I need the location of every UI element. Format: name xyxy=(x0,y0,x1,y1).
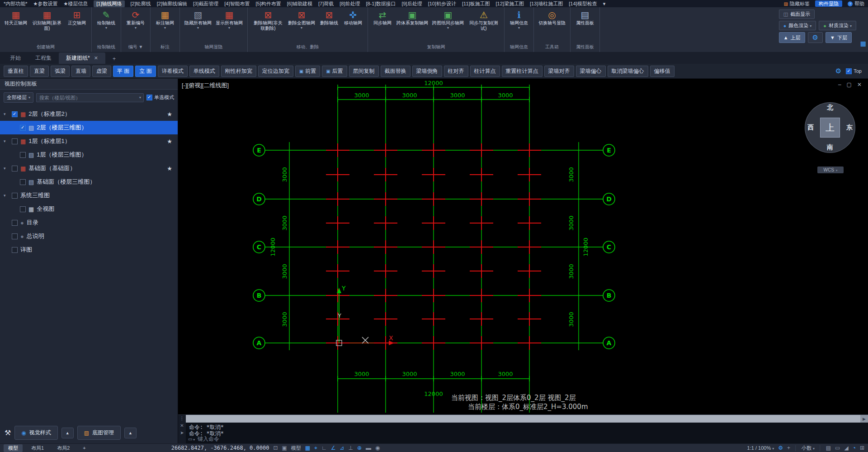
tree-item-detail-drawing[interactable]: 详图 xyxy=(0,243,178,257)
dynamic-input-icon[interactable]: ⊕ xyxy=(357,445,362,451)
ribbon-button[interactable]: ⚠同步与复制(测试) xyxy=(467,9,501,32)
tree-item-floor2-3dview[interactable]: ▤ 2层（楼层三维图） xyxy=(0,121,178,134)
material-render-dropdown[interactable]: ●材质渲染 xyxy=(819,21,856,30)
menu-item-active[interactable]: [1]轴线网络 xyxy=(94,0,124,7)
toolbar-button-back[interactable]: ▣后置 xyxy=(322,66,347,77)
restore-icon[interactable]: ▢ xyxy=(847,81,852,88)
visibility-checkbox[interactable] xyxy=(20,179,26,185)
ribbon-button[interactable]: ⊞正交轴网 xyxy=(66,9,88,27)
menu-item[interactable]: [4]智能布置 xyxy=(224,0,250,7)
menu-item[interactable]: [3]截面管理 xyxy=(193,0,218,7)
floor-filter-dropdown[interactable]: 全部楼层 xyxy=(4,92,33,103)
coordinates-readout[interactable]: 26682.8427, -3676.2468, 0.0000 xyxy=(171,445,269,451)
viewport-controls-label[interactable]: [-][俯视][二维线图] xyxy=(182,81,229,90)
visibility-checkbox[interactable] xyxy=(12,193,18,199)
view-cube-top[interactable]: 上 xyxy=(820,118,840,138)
component-visibility-button[interactable]: 构件显隐 xyxy=(815,0,842,7)
favorite-star-icon[interactable] xyxy=(167,138,172,145)
units-dropdown[interactable]: 小数 xyxy=(802,445,815,452)
toolbar-button[interactable]: 直墙 xyxy=(71,66,90,77)
menu-item[interactable]: [2]轮廓线 xyxy=(131,0,151,7)
toolbar-button[interactable]: 偏移值 xyxy=(650,66,675,77)
expander-icon[interactable] xyxy=(4,193,9,198)
expander-icon[interactable] xyxy=(4,112,9,116)
fullscreen-icon[interactable]: ⊞ xyxy=(860,445,864,451)
tab-new-drawing[interactable]: 新建图纸*✕ xyxy=(59,52,105,64)
toolbar-button-front[interactable]: ▣前置 xyxy=(295,66,320,77)
visibility-checkbox[interactable] xyxy=(20,125,26,131)
ribbon-button[interactable]: ℹ轴网信息▾ xyxy=(508,9,530,31)
minimize-icon[interactable]: – xyxy=(838,81,841,88)
expander-icon[interactable] xyxy=(4,139,9,143)
close-command-icon[interactable]: ✕ xyxy=(180,423,184,428)
annotation-scale-readout[interactable]: 1:1 / 100% xyxy=(747,445,774,451)
toolbar-button[interactable]: 截面替换 xyxy=(381,66,410,77)
top-view-checkbox[interactable]: Top xyxy=(846,68,862,74)
ribbon-button[interactable]: ◎切换轴号显隐 xyxy=(537,9,567,27)
toolbar-settings-gear-icon[interactable]: ⚙ xyxy=(835,67,841,75)
visibility-checkbox[interactable] xyxy=(12,138,18,144)
ribbon-button[interactable]: ▦转天正轴网 xyxy=(3,9,28,27)
add-layout-button[interactable]: + xyxy=(78,445,90,451)
ribbon-button[interactable]: ⇄同步轴网 xyxy=(371,9,394,27)
expander-icon[interactable] xyxy=(4,166,9,171)
tree-item-floor1-3dview[interactable]: ▤ 1层（楼层三维图） xyxy=(0,148,178,162)
ribbon-button[interactable]: ⊠删除全图轴网▾ xyxy=(287,9,316,31)
hardware-accel-icon[interactable]: ▣ xyxy=(282,445,287,451)
section-display-button[interactable]: ◫截面显示 xyxy=(779,10,815,19)
toolbar-button[interactable]: 层间复制 xyxy=(349,66,379,77)
workspace-icon[interactable]: ▤ xyxy=(826,445,831,451)
visibility-checkbox[interactable] xyxy=(12,247,18,253)
wcs-selector[interactable]: WCS xyxy=(817,167,844,173)
ribbon-button[interactable]: ✜移动轴网 xyxy=(342,9,364,27)
command-tool-icon[interactable]: ➤ xyxy=(180,430,184,435)
favorite-star-icon[interactable] xyxy=(167,165,172,172)
object-snap-icon[interactable]: ⊿ xyxy=(340,445,344,451)
visibility-checkbox[interactable] xyxy=(12,233,18,239)
ribbon-button[interactable]: ⊠删除轴线 xyxy=(318,9,340,27)
toolbar-button[interactable]: 定位边加宽 xyxy=(258,66,293,77)
new-tab-button[interactable]: + xyxy=(105,54,123,64)
visual-style-expand-button[interactable]: ▲ xyxy=(61,428,74,438)
window-layout-icon[interactable]: ▭ xyxy=(835,445,840,451)
ribbon-button[interactable]: ▦识别轴网(新界面) xyxy=(30,9,64,32)
close-tab-icon[interactable]: ✕ xyxy=(94,55,98,61)
ribbon-button[interactable]: ✎绘制轴线▾ xyxy=(95,9,118,31)
menu-item[interactable]: [6]辅助建模 xyxy=(287,0,312,7)
ribbon-button[interactable]: ▤属性面板 xyxy=(574,9,596,27)
menu-item[interactable]: [11]板施工图 xyxy=(462,0,490,7)
scroll-right-arrow-icon[interactable]: ▶ xyxy=(860,415,868,423)
menu-item[interactable]: [8-1]数据接口 xyxy=(366,0,396,7)
toolbar-button[interactable]: 虚梁 xyxy=(92,66,111,77)
color-render-dropdown[interactable]: ●颜色渲染 xyxy=(779,21,816,30)
grid-display-icon[interactable]: ▦ xyxy=(305,445,310,451)
annotation-scale-gear-icon[interactable]: ⚙ xyxy=(778,445,783,451)
toolbar-button[interactable]: 取消梁墙偏心 xyxy=(608,66,648,77)
floor-settings-gear-button[interactable]: ⚙ xyxy=(808,32,823,43)
toolbar-button[interactable]: 重置柱计算点 xyxy=(502,66,542,77)
tree-item-system-3d[interactable]: 系统三维图 xyxy=(0,189,178,202)
ribbon-button[interactable]: ▧隐藏所有轴网▾ xyxy=(183,9,213,31)
ribbon-button[interactable]: ▦显示所有轴网▾ xyxy=(214,9,244,31)
model-space-button[interactable]: 模型 xyxy=(291,445,301,452)
tree-item-foundation-3dview[interactable]: ▤ 基础面（楼层三维图） xyxy=(0,175,178,189)
search-dropdown-icon[interactable]: ▾ xyxy=(137,93,144,102)
tab-model[interactable]: 模型 xyxy=(4,444,23,452)
compass-south[interactable]: 南 xyxy=(827,143,833,152)
basemap-button[interactable]: ▧底图管理 xyxy=(77,426,121,440)
tab-start[interactable]: 开始 xyxy=(3,52,28,64)
snap-mode-icon[interactable]: ⌖ xyxy=(314,445,317,451)
tools-icon[interactable]: ⚒ xyxy=(5,428,11,437)
hide-tags-button[interactable]: ▨隐藏标签 xyxy=(784,0,810,7)
menu-item[interactable]: [10]初步设计 xyxy=(428,0,456,7)
toolbar-button[interactable]: 刚性杆加宽 xyxy=(221,66,256,77)
help-button[interactable]: ?帮助 xyxy=(848,0,864,7)
tree-item-floor2[interactable]: ▦ 2层（标准层2） xyxy=(0,107,178,121)
basemap-expand-button[interactable]: ▲ xyxy=(124,428,137,438)
menu-item[interactable]: ★参数设置 xyxy=(33,0,58,7)
tree-item-catalog[interactable]: ● 目录 xyxy=(0,216,178,229)
close-icon[interactable]: ✕ xyxy=(857,81,862,88)
tree-item-foundation[interactable]: ▦ 基础面（基础面） xyxy=(0,162,178,175)
tree-item-general-notes[interactable]: ● 总说明 xyxy=(0,229,178,243)
isolate-objects-icon[interactable]: ⊡ xyxy=(273,445,278,451)
